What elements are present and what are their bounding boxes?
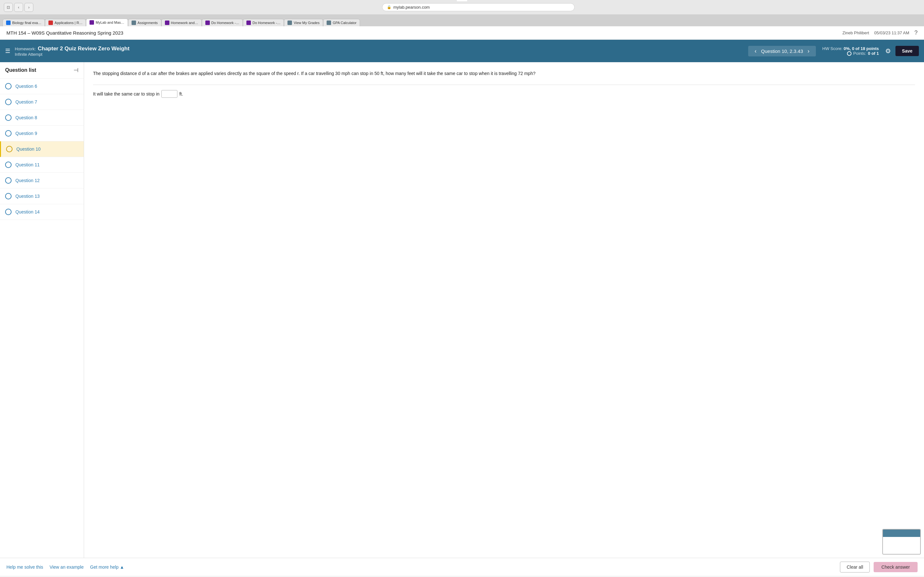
nav-buttons: ⊡ ‹ ›: [4, 3, 33, 12]
question-status-6: [5, 83, 11, 89]
question-item-13[interactable]: Question 13: [0, 189, 84, 204]
question-status-11: [5, 161, 11, 168]
tab-label-9: GPA Calculator: [333, 21, 357, 25]
question-label-13: Question 13: [15, 193, 40, 199]
page-title: MTH 154 – W09S Quantitative Reasoning Sp…: [6, 30, 123, 35]
question-label-7: Question 7: [15, 99, 37, 105]
question-item-14[interactable]: Question 14: [0, 204, 84, 220]
view-example-button[interactable]: View an example: [49, 564, 83, 570]
tab-bar: Biology final exa… Applications | R… MyL…: [0, 15, 924, 26]
help-me-solve-button[interactable]: Help me solve this: [6, 564, 43, 570]
question-status-10: [6, 146, 13, 152]
save-button[interactable]: Save: [895, 46, 919, 56]
thumbnail-inner: [883, 530, 920, 554]
main-layout: Question list ⊣ Question 6 Question 7 Qu…: [0, 62, 924, 558]
sidebar-header: Question list ⊣: [0, 62, 84, 79]
tab-favicon-3: [89, 20, 94, 25]
help-icon[interactable]: ?: [914, 29, 918, 36]
hw-label: Homework:: [15, 47, 36, 51]
bottom-toolbar: Help me solve this View an example Get m…: [0, 558, 924, 576]
tab-homework3[interactable]: Do Homework -…: [243, 19, 284, 26]
collapse-sidebar-button[interactable]: ⊣: [73, 67, 79, 74]
question-divider: [93, 85, 915, 85]
answer-row: It will take the same car to stop in ft.: [93, 90, 915, 98]
tab-homework1[interactable]: Homework and…: [162, 19, 202, 26]
question-status-7: [5, 99, 11, 105]
back-button[interactable]: ‹: [14, 3, 23, 12]
tab-mylab[interactable]: MyLab and Mas…: [86, 19, 128, 26]
question-label-14: Question 14: [15, 210, 40, 214]
hw-name: Chapter 2 Quiz Review Zero Weight: [38, 45, 129, 52]
question-text: The stopping distance d of a car after t…: [93, 70, 915, 77]
tab-favicon-7: [246, 21, 251, 25]
thumbnail-overlay: [882, 529, 921, 554]
tab-label-5: Homework and…: [171, 21, 198, 25]
answer-input[interactable]: [162, 90, 178, 98]
tab-favicon-2: [48, 21, 53, 25]
forward-button[interactable]: ›: [24, 3, 33, 12]
points-circle-icon: [847, 51, 851, 56]
question-item-12[interactable]: Question 12: [0, 173, 84, 189]
bottom-left-actions: Help me solve this View an example Get m…: [6, 564, 124, 570]
clear-all-button[interactable]: Clear all: [840, 562, 870, 572]
window-controls[interactable]: ⊡: [4, 3, 13, 12]
tab-gpa[interactable]: GPA Calculator: [323, 19, 360, 26]
address-bar[interactable]: 🔒 mylab.pearson.com: [382, 3, 575, 11]
hw-nav: ‹ Question 10, 2.3.43 ›: [748, 46, 816, 56]
hw-score-value: 0%, 0 of 18 points: [843, 46, 879, 51]
tab-label-8: View My Grades: [294, 21, 320, 25]
hw-header: ☰ Homework: Chapter 2 Quiz Review Zero W…: [0, 40, 924, 62]
question-item-6[interactable]: Question 6: [0, 79, 84, 94]
question-status-13: [5, 193, 11, 199]
tab-favicon-8: [288, 21, 292, 25]
question-item-8[interactable]: Question 8: [0, 110, 84, 126]
hw-subtitle: Infinite Attempt: [15, 52, 748, 57]
tab-grades[interactable]: View My Grades: [284, 19, 323, 26]
tab-label-4: Assignments: [137, 21, 158, 25]
tab-favicon-6: [205, 21, 210, 25]
prev-question-button[interactable]: ‹: [753, 48, 758, 55]
tab-favicon-4: [132, 21, 136, 25]
tab-homework2[interactable]: Do Homework -…: [202, 19, 243, 26]
settings-icon[interactable]: ⚙: [885, 47, 891, 55]
question-status-12: [5, 177, 11, 184]
question-item-11[interactable]: Question 11: [0, 157, 84, 173]
next-question-button[interactable]: ›: [806, 48, 811, 55]
answer-prefix: It will take the same car to stop in: [93, 91, 160, 97]
tab-favicon-9: [326, 21, 331, 25]
tab-applications[interactable]: Applications | R…: [45, 19, 86, 26]
lock-icon: 🔒: [387, 5, 391, 9]
tab-favicon-1: [6, 21, 11, 25]
hw-score-label: HW Score:: [822, 46, 843, 51]
get-more-help-button[interactable]: Get more help ▲: [90, 564, 124, 570]
question-sidebar: Question list ⊣ Question 6 Question 7 Qu…: [0, 62, 84, 558]
tab-assignments[interactable]: Assignments: [128, 19, 162, 26]
question-item-7[interactable]: Question 7: [0, 94, 84, 110]
hw-score-block: HW Score: 0%, 0 of 18 points Points: 0 o…: [822, 46, 879, 56]
question-content: The stopping distance d of a car after t…: [84, 62, 924, 558]
points-value: 0 of 1: [868, 51, 879, 56]
header-right: Zineb Philibert 05/03/23 11:37 AM ?: [843, 29, 918, 36]
question-label-11: Question 11: [15, 162, 40, 167]
check-answer-button[interactable]: Check answer: [874, 562, 918, 572]
tab-label-3: MyLab and Mas…: [95, 21, 124, 24]
tab-label-6: Do Homework -…: [212, 21, 239, 25]
browser-chrome: ⊡ ‹ › 🔒 mylab.pearson.com: [0, 0, 924, 15]
question-label-10: Question 10: [16, 147, 41, 152]
answer-suffix: ft.: [179, 91, 183, 97]
sidebar-title: Question list: [5, 67, 36, 73]
tab-biology[interactable]: Biology final exa…: [3, 19, 45, 26]
user-name: Zineb Philibert: [843, 31, 869, 35]
question-item-9[interactable]: Question 9: [0, 126, 84, 141]
hw-title-block: Homework: Chapter 2 Quiz Review Zero Wei…: [15, 45, 748, 57]
menu-icon[interactable]: ☰: [5, 47, 10, 55]
question-item-10[interactable]: Question 10: [0, 141, 84, 157]
question-label-8: Question 8: [15, 115, 37, 120]
datetime: 05/03/23 11:37 AM: [874, 31, 909, 35]
question-label-9: Question 9: [15, 131, 37, 136]
question-status-8: [5, 114, 11, 121]
tab-label-2: Applications | R…: [55, 21, 82, 25]
question-status-9: [5, 130, 11, 137]
question-status-14: [5, 209, 11, 215]
question-label-6: Question 6: [15, 84, 37, 89]
